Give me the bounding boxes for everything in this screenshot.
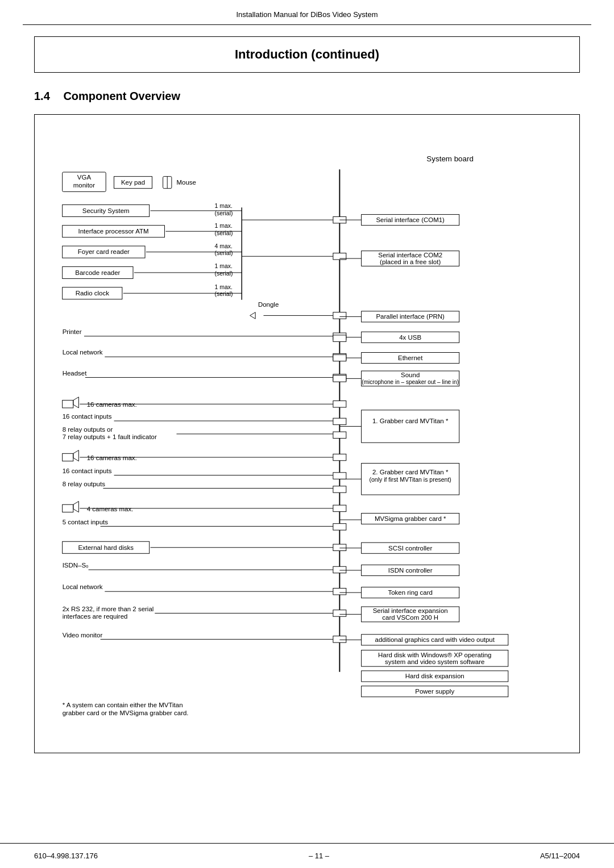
grabber2-label: 2. Grabber card MVTitan * [372, 469, 449, 475]
vga-label: VGA [77, 174, 92, 181]
rs232-label2: interfaces are required [63, 613, 128, 620]
serial1-max: 1 max. [214, 202, 233, 209]
connector-ext-hd [333, 544, 346, 550]
footnote-line1: * A system can contain either the MVTita… [63, 702, 183, 708]
mouse-label: Mouse [177, 179, 196, 186]
title-prefix: Introduction [235, 47, 308, 61]
serial4-max: 1 max. [214, 262, 233, 269]
connector-cam2 [333, 454, 346, 460]
serial3-max: 4 max. [214, 243, 233, 249]
system-board-label: System board [426, 155, 474, 163]
serial-exp-label2: card VSCom 200 H [382, 614, 438, 621]
foyer-label: Foyer card reader [78, 248, 130, 255]
grabber1-box [362, 410, 459, 443]
conn-contact1-right [333, 418, 346, 424]
scsi-label: SCSI controller [388, 545, 432, 552]
local-network1-label: Local network [63, 349, 103, 356]
hdd-win-label2: system and video system software [385, 658, 484, 665]
relay2-label: 8 relay outputs [63, 481, 105, 487]
serial2-serial: (serial) [214, 229, 233, 236]
cam2-body [63, 453, 73, 461]
cam1-body [63, 400, 73, 408]
connector-video [333, 636, 346, 642]
contact1-label: 16 contact inputs [63, 413, 112, 420]
ext-hd-label: External hard disks [78, 544, 134, 551]
connector-cam1 [333, 401, 346, 407]
section-number: 1.4 [34, 90, 50, 102]
serial-com2-label: Serial interface COM2 [378, 252, 442, 258]
cam2-cameras-label: 16 cameras max. [87, 454, 137, 461]
hdd-win-label: Hard disk with Windows® XP operating [378, 652, 491, 658]
serial-com1-label: Serial interface (COM1) [376, 216, 445, 223]
headset-label: Headset [63, 370, 88, 377]
dongle-symbol [250, 312, 256, 319]
cam1-label: 16 cameras max. [87, 401, 137, 408]
rs232-label: 2x RS 232, if more than 2 serial [63, 606, 154, 612]
section-heading: 1.4 Component Overview [34, 90, 580, 103]
conn-relay2-right [333, 486, 346, 493]
footer-center: – 11 – [309, 852, 329, 860]
connector-local-net2 [333, 588, 346, 594]
serial1-serial: (serial) [214, 210, 233, 216]
cam3-cameras-label: 4 cameras max. [87, 506, 134, 512]
sound-label2: (microphone in – speaker out – line in) [362, 379, 459, 385]
isdn-ctrl-label: ISDN controller [388, 567, 433, 574]
add-graphics-label: additional graphics card with video outp… [375, 636, 495, 643]
radio-label: Radio clock [76, 290, 110, 297]
video-monitor-label: Video monitor [63, 632, 103, 639]
connector-isdn [333, 566, 346, 573]
footer-right: A5/11–2004 [540, 852, 580, 860]
page-footer: 610–4.998.137.176 – 11 – A5/11–2004 [0, 843, 614, 868]
diagram-container: System board VGA monitor Key pad Mouse S… [34, 114, 580, 753]
connector-parallel [333, 312, 346, 319]
grabber2-label2: (only if first MVTitan is present) [370, 476, 451, 483]
grabber1-label: 1. Grabber card MVTitan * [372, 418, 449, 424]
serial2-max: 1 max. [214, 222, 233, 229]
relay1-label2: 7 relay outputs + 1 fault indicator [63, 433, 157, 440]
security-label: Security System [82, 207, 130, 214]
contact3-label: 5 contact inputs [63, 519, 109, 525]
mvsigma-label: MVSigma grabber card * [375, 515, 446, 522]
serial-com2-label2: (placed in a free slot) [380, 258, 441, 265]
serial5-max: 1 max. [214, 283, 233, 290]
ethernet-label: Ethernet [398, 354, 423, 361]
connector-rs232 [333, 610, 346, 616]
local-net2-label: Local network [63, 583, 103, 590]
dongle-label: Dongle [258, 301, 279, 308]
conn-localnet-right [333, 354, 346, 361]
serial3-serial: (serial) [214, 249, 233, 256]
connector-cam3 [333, 505, 346, 511]
usb-label: 4x USB [399, 334, 421, 341]
parallel-label: Parallel interface (PRN) [376, 313, 445, 320]
title-suffix: (continued) [311, 47, 379, 61]
serial4-serial: (serial) [214, 270, 233, 277]
serial5-serial: (serial) [214, 290, 233, 297]
vga-label2: monitor [73, 182, 95, 189]
printer-label: Printer [63, 328, 82, 335]
cam3-lens [73, 501, 79, 512]
power-supply-label: Power supply [415, 688, 454, 695]
title-box: Introduction (continued) [34, 36, 580, 73]
sound-label: Sound [401, 372, 420, 378]
cam1-lens [73, 397, 79, 408]
isdn-label: ISDN–S₀ [63, 562, 89, 569]
serial-exp-label: Serial interface expansion [373, 607, 448, 614]
hdd-exp-label: Hard disk expansion [405, 673, 464, 679]
token-ring-label: Token ring card [388, 589, 432, 596]
header-text: Installation Manual for DiBos Video Syst… [236, 10, 377, 19]
relay1-label: 8 relay outputs or [63, 426, 113, 433]
atm-label: Interface processor ATM [78, 228, 149, 235]
footnote-line2: grabber card or the MVSigma grabber card… [63, 710, 189, 716]
page-header: Installation Manual for DiBos Video Syst… [23, 0, 591, 25]
cam2-lens [73, 450, 79, 461]
cam3-body [63, 504, 73, 512]
footer-left: 610–4.998.137.176 [34, 852, 98, 860]
contact2-label: 16 contact inputs [63, 468, 112, 474]
conn-contact2-right [333, 473, 346, 479]
conn-contact3-right [333, 524, 346, 530]
barcode-label: Barcode reader [75, 269, 120, 276]
conn-relay1-right [333, 432, 346, 438]
keypad-label: Key pad [121, 179, 145, 186]
conn-headset-right [333, 375, 346, 382]
section-title-text: Component Overview [63, 90, 180, 102]
